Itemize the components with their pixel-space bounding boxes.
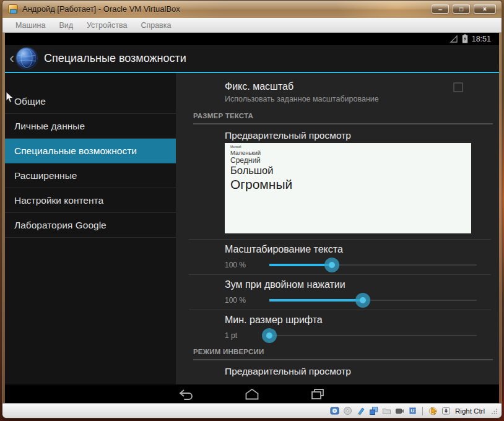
text-size-preview: Мелкий Маленький Средний Большой Огромны… [225, 143, 471, 233]
features-chip-icon[interactable]: U [407, 406, 417, 416]
menu-machine[interactable]: Машина [9, 19, 52, 32]
slider-thumb[interactable] [324, 258, 339, 272]
sidebar-item-privacy[interactable]: Личные данные [5, 114, 176, 139]
video-capture-icon[interactable] [394, 406, 404, 416]
pref-double-tap-zoom: Зум при двойном нажатии 100 % [176, 275, 499, 310]
android-nav-bar [5, 384, 499, 403]
minimize-button[interactable]: – [432, 4, 449, 14]
android-screen: 18:51 ‹ Специальные возможности Общие Ли… [5, 33, 499, 403]
preview-line-small: Маленький [230, 149, 466, 156]
display-icon[interactable] [368, 406, 378, 416]
mouse-cursor [5, 91, 14, 105]
double-tap-zoom-slider[interactable] [269, 292, 477, 308]
window-title: Андройд [Работает] - Oracle VM VirtualBo… [22, 4, 180, 14]
window-titlebar[interactable]: Андройд [Работает] - Oracle VM VirtualBo… [2, 1, 502, 18]
clock: 18:51 [472, 35, 491, 43]
inversion-preview-label: Предварительный просмотр [225, 366, 499, 377]
hard-disk-icon[interactable] [329, 406, 339, 416]
slider-title: Мин. размер шрифта [225, 315, 499, 327]
menu-help[interactable]: Справка [134, 19, 178, 32]
slider-value: 100 % [225, 296, 269, 305]
settings-sidebar: Общие Личные данные Специальные возможно… [5, 73, 176, 384]
host-key-label: Right Ctrl [455, 407, 485, 415]
browser-globe-icon[interactable] [16, 48, 37, 69]
menu-devices[interactable]: Устройства [80, 19, 134, 32]
menubar: Машина Вид Устройства Справка [2, 18, 502, 33]
page-title: Специальные возможности [44, 52, 186, 65]
sidebar-item-accessibility[interactable]: Специальные возможности [5, 139, 176, 163]
min-font-size-slider[interactable] [269, 328, 477, 344]
android-status-bar: 18:51 [5, 33, 499, 45]
slider-thumb[interactable] [355, 293, 370, 308]
settings-content: Фикс. масштаб Использовать заданное масш… [176, 73, 499, 384]
host-key-icon[interactable] [441, 406, 451, 416]
sidebar-item-advanced[interactable]: Расширенные [5, 163, 176, 188]
mouse-integration-icon[interactable] [428, 406, 438, 416]
vbox-statusbar: U Right Ctrl [2, 403, 502, 418]
menu-view[interactable]: Вид [52, 19, 80, 32]
sidebar-item-labs[interactable]: Лаборатория Google [5, 213, 176, 238]
preview-line-large: Большой [230, 165, 466, 176]
pref-text-scaling: Масштабирование текста 100 % [176, 240, 499, 274]
nav-recents-button[interactable] [307, 388, 328, 401]
slider-title: Масштабирование текста [225, 244, 499, 256]
pref-force-scale[interactable]: Фикс. масштаб Использовать заданное масш… [176, 73, 499, 112]
section-inverted-rendering: РЕЖИМ ИНВЕРСИИ [193, 348, 493, 360]
sidebar-item-general[interactable]: Общие [5, 89, 176, 114]
force-scale-checkbox[interactable] [453, 82, 463, 92]
slider-title: Зум при двойном нажатии [225, 279, 499, 292]
battery-charging-icon [462, 34, 468, 43]
section-text-size: РАЗМЕР ТЕКСТА [193, 112, 493, 124]
statusbar-separator [422, 407, 423, 415]
pref-force-scale-title: Фикс. масштаб [225, 81, 443, 92]
preview-line-medium: Средний [230, 156, 466, 165]
virtualbox-window: Андройд [Работает] - Oracle VM VirtualBo… [2, 0, 502, 419]
text-scaling-slider[interactable] [269, 257, 477, 273]
signal-strength-icon [450, 35, 458, 43]
resize-grip[interactable] [492, 408, 498, 414]
window-controls: – □ × [432, 4, 496, 14]
back-chevron-icon[interactable]: ‹ [9, 46, 14, 71]
action-bar: ‹ Специальные возможности [5, 45, 499, 72]
optical-disc-icon[interactable] [342, 406, 352, 416]
nav-home-button[interactable] [241, 388, 263, 401]
shared-folders-icon[interactable] [381, 406, 391, 416]
pref-min-font-size: Мин. размер шрифта 1 pt [176, 310, 499, 345]
virtualbox-app-icon [8, 4, 18, 14]
text-preview-label: Предварительный просмотр [225, 130, 499, 141]
slider-thumb[interactable] [262, 328, 277, 343]
maximize-button[interactable]: □ [453, 4, 470, 14]
preview-line-huge: Огромный [230, 177, 466, 193]
close-button[interactable]: × [474, 4, 496, 14]
slider-value: 100 % [225, 261, 269, 269]
nav-back-button[interactable] [176, 388, 197, 401]
svg-text:U: U [411, 408, 414, 414]
sidebar-item-content[interactable]: Настройки контента [5, 188, 176, 213]
pref-force-scale-subtitle: Использовать заданное масштабирование [225, 95, 443, 103]
network-icon[interactable] [355, 406, 365, 416]
